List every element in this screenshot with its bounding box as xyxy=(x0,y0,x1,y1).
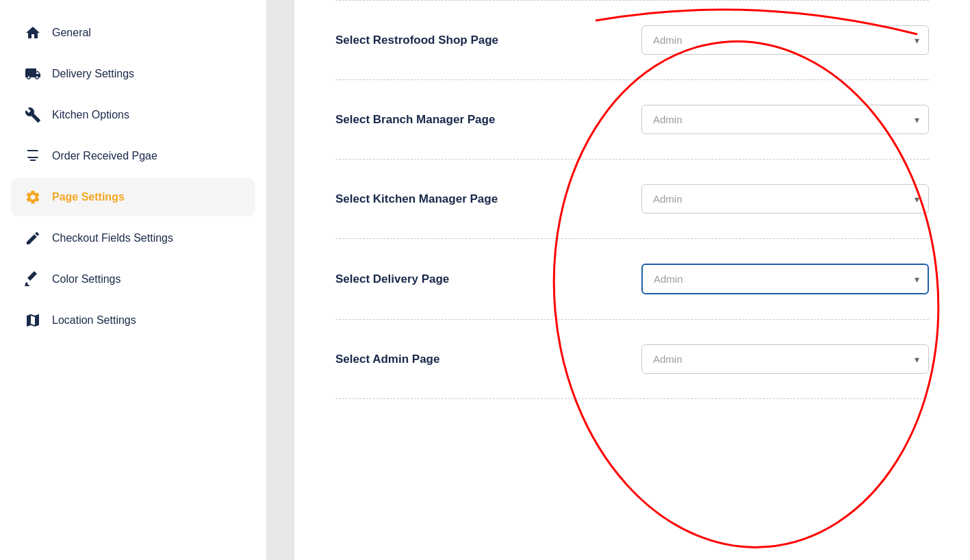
select-wrapper-delivery-page: Admin ▾ xyxy=(641,264,929,294)
map-icon xyxy=(23,311,42,330)
sidebar-label-page-settings: Page Settings xyxy=(52,191,125,203)
sidebar-label-general: General xyxy=(52,27,91,39)
sidebar-label-checkout-fields: Checkout Fields Settings xyxy=(52,232,173,244)
sidebar-label-location-settings: Location Settings xyxy=(52,314,136,327)
sidebar-divider xyxy=(267,0,294,560)
sidebar-item-location-settings[interactable]: Location Settings xyxy=(11,301,255,340)
label-admin-page: Select Admin Page xyxy=(335,353,439,366)
sidebar-label-order-received: Order Received Pgae xyxy=(52,150,157,162)
label-restrofood-shop: Select Restrofood Shop Page xyxy=(335,34,498,47)
sidebar-label-color-settings: Color Settings xyxy=(52,273,121,285)
sidebar-label-delivery-settings: Delivery Settings xyxy=(52,68,134,80)
settings-row-admin-page: Select Admin Page Admin ▾ xyxy=(335,320,929,399)
label-kitchen-manager: Select Kitchen Manager Page xyxy=(335,192,498,206)
select-wrapper-restrofood-shop: Admin ▾ xyxy=(641,25,929,55)
main-content: Select Restrofood Shop Page Admin ▾ Sele… xyxy=(294,0,970,560)
sidebar: General Delivery Settings Kitchen Option… xyxy=(0,0,267,560)
label-delivery-page: Select Delivery Page xyxy=(335,272,449,286)
sidebar-item-order-received[interactable]: Order Received Pgae xyxy=(11,137,255,175)
truck-icon xyxy=(23,64,42,84)
monitor-icon xyxy=(23,147,42,166)
sidebar-label-kitchen-options: Kitchen Options xyxy=(52,109,129,121)
sidebar-item-general[interactable]: General xyxy=(11,14,255,52)
sidebar-item-checkout-fields[interactable]: Checkout Fields Settings xyxy=(11,219,255,257)
paint-icon xyxy=(23,270,42,289)
wrench-icon xyxy=(23,105,42,125)
settings-row-branch-manager: Select Branch Manager Page Admin ▾ xyxy=(335,80,929,160)
settings-row-delivery-page: Select Delivery Page Admin ▾ xyxy=(335,239,929,320)
select-delivery-page[interactable]: Admin xyxy=(641,264,929,294)
select-branch-manager[interactable]: Admin xyxy=(641,105,929,134)
sidebar-item-page-settings[interactable]: Page Settings xyxy=(11,178,255,216)
select-kitchen-manager[interactable]: Admin xyxy=(641,184,929,214)
sidebar-item-delivery-settings[interactable]: Delivery Settings xyxy=(11,55,255,93)
select-wrapper-branch-manager: Admin ▾ xyxy=(641,105,929,134)
home-icon xyxy=(23,23,42,42)
settings-row-kitchen-manager: Select Kitchen Manager Page Admin ▾ xyxy=(335,160,929,239)
sidebar-item-color-settings[interactable]: Color Settings xyxy=(11,260,255,298)
select-restrofood-shop[interactable]: Admin xyxy=(641,25,929,55)
select-wrapper-kitchen-manager: Admin ▾ xyxy=(641,184,929,214)
select-admin-page[interactable]: Admin xyxy=(641,344,929,374)
sidebar-item-kitchen-options[interactable]: Kitchen Options xyxy=(11,96,255,134)
settings-row-restrofood-shop: Select Restrofood Shop Page Admin ▾ xyxy=(335,0,929,80)
edit-icon xyxy=(23,229,42,248)
gear-icon xyxy=(23,188,42,207)
label-branch-manager: Select Branch Manager Page xyxy=(335,113,495,127)
select-wrapper-admin-page: Admin ▾ xyxy=(641,344,929,374)
